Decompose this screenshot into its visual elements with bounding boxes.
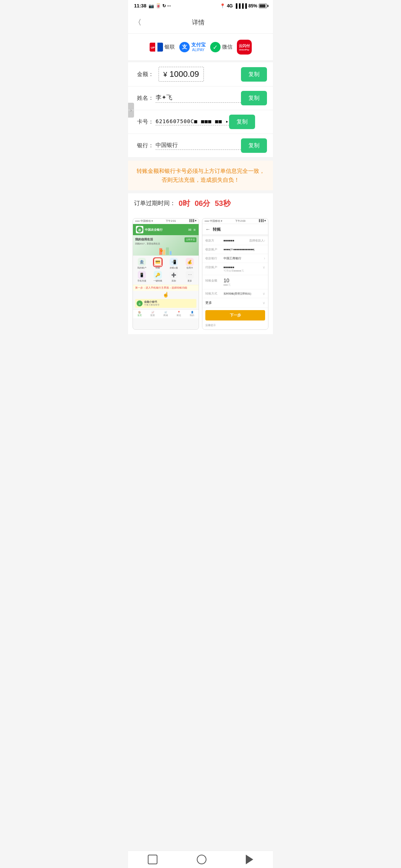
signal-strength: 4G bbox=[227, 3, 233, 9]
yen-symbol: ¥ bbox=[163, 71, 167, 78]
alipay-sublabel: ALIPAY bbox=[192, 48, 205, 52]
alipay-method: 支 支付宝 ALIPAY bbox=[179, 42, 206, 52]
warning-section: 转账金额和银行卡号必须与上方订单信息完全一致， 否则无法充值，造成损失自负！ bbox=[128, 161, 273, 190]
page-title: 详情 bbox=[144, 18, 252, 27]
alipay-logo: 支 bbox=[179, 42, 190, 52]
timer-section: 订单过期时间： 0时 06分 53秒 bbox=[128, 193, 273, 214]
battery-icon bbox=[259, 4, 267, 8]
svg-text:农: 农 bbox=[138, 228, 141, 232]
timer-minutes: 06分 bbox=[195, 198, 210, 208]
svg-text:UP: UP bbox=[151, 46, 155, 49]
unionpay-logo: UP bbox=[150, 43, 163, 52]
order-info-section: › 金额： ¥ 1000.09 复制 姓名： 李✦飞 复制 卡号： 621660… bbox=[128, 62, 273, 158]
status-right: 📍 4G ▐▐▐▐ 85% bbox=[220, 3, 267, 9]
svg-rect-2 bbox=[155, 43, 157, 52]
copy-bank-button[interactable]: 复制 bbox=[241, 138, 267, 153]
amount-row: 金额： ¥ 1000.09 复制 bbox=[128, 62, 273, 86]
wechat-method: ✓ 微信 bbox=[210, 42, 232, 52]
unionpay-label: 银联 bbox=[164, 44, 175, 50]
amount-label: 金额： bbox=[137, 71, 156, 78]
amount-value: 1000.09 bbox=[169, 69, 199, 79]
timer-label: 订单过期时间： bbox=[134, 200, 176, 207]
bank-row: 银行： 中国银行 复制 bbox=[128, 134, 273, 158]
page-header: 〈 详情 bbox=[128, 11, 273, 34]
signal-bars: ▐▐▐▐ bbox=[234, 3, 247, 9]
card-row: 卡号： 6216607500C■ ■■■ ■■ ▸ 复制 bbox=[128, 110, 273, 134]
name-label: 姓名： bbox=[137, 95, 156, 102]
abc-bank-screen: ••••• 中国移动 ▾ 下午2:01 ▐▐▐ ■ 农 中国农业银行 bbox=[133, 218, 199, 330]
wechat-logo: ✓ bbox=[210, 42, 221, 52]
status-time: 11:38 📷 🀄 ↻ ··· bbox=[134, 3, 171, 9]
svg-text:金: 金 bbox=[138, 303, 141, 305]
name-row: 姓名： 李✦飞 复制 bbox=[128, 86, 273, 110]
name-value: 李✦飞 bbox=[156, 94, 241, 103]
back-button[interactable]: 〈 bbox=[134, 16, 144, 29]
warning-text: 转账金额和银行卡号必须与上方订单信息完全一致， 否则无法充值，造成损失自负！ bbox=[134, 167, 267, 184]
unionpay-method: UP 银联 bbox=[150, 43, 175, 52]
status-icons: 📷 🀄 ↻ ··· bbox=[149, 3, 171, 9]
card-value: 6216607500C■ ■■■ ■■ ▸ bbox=[156, 118, 229, 125]
yunshan-method: 云闪付 UnionPay bbox=[237, 40, 252, 55]
copy-amount-button[interactable]: 复制 bbox=[241, 67, 267, 82]
copy-name-button[interactable]: 复制 bbox=[241, 91, 267, 105]
bank-value: 中国银行 bbox=[156, 142, 241, 150]
card-label: 卡号： bbox=[137, 118, 156, 125]
timer-seconds: 53秒 bbox=[215, 198, 230, 208]
status-bar: 11:38 📷 🀄 ↻ ··· 📍 4G ▐▐▐▐ 85% bbox=[128, 0, 273, 11]
amount-box: ¥ 1000.09 bbox=[159, 67, 204, 82]
timer-hours: 0时 bbox=[179, 198, 190, 208]
payment-methods-bar: UP 银联 支 支付宝 ALIPAY ✓ 微信 云闪付 UnionPay bbox=[128, 34, 273, 61]
location-icon: 📍 bbox=[220, 3, 225, 9]
bank-label: 银行： bbox=[137, 142, 156, 149]
alipay-label: 支付宝 bbox=[191, 42, 206, 47]
yunshan-logo: 云闪付 UnionPay bbox=[237, 40, 252, 55]
tutorial-section: ••••• 中国移动 ▾ 下午2:01 ▐▐▐ ■ 农 中国农业银行 bbox=[128, 214, 273, 334]
transfer-screen: ••••• 中国移动 ▾ 下午2:03 ▐▐▐ ■ ← 转账 收款方 ■■■■■… bbox=[202, 218, 268, 330]
wechat-label: 微信 bbox=[222, 44, 232, 50]
tutorial-images: ••••• 中国移动 ▾ 下午2:01 ▐▐▐ ■ 农 中国农业银行 bbox=[133, 218, 268, 330]
copy-card-button[interactable]: 复制 bbox=[229, 115, 255, 129]
